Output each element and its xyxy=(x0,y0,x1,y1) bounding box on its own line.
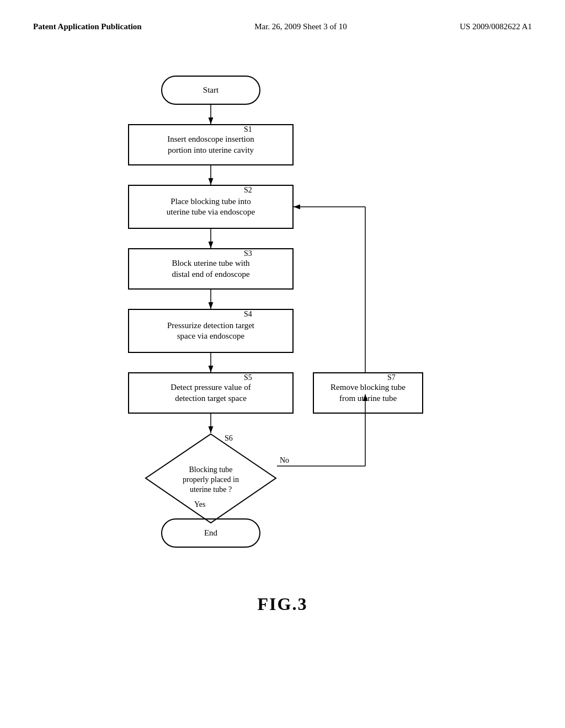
s6-label: S6 xyxy=(225,434,233,443)
yes-label: Yes xyxy=(194,500,205,509)
start-node: Start xyxy=(161,76,260,105)
s6-diamond-container: Blocking tube properly placed in uterine… xyxy=(145,433,277,526)
s1-box: Insert endoscope insertion portion into … xyxy=(128,124,294,165)
date-sheet-label: Mar. 26, 2009 Sheet 3 of 10 xyxy=(254,22,347,31)
s3-box: Block uterine tube with distal end of en… xyxy=(128,248,294,290)
diagram-container: Start S1 Insert endoscope insertion port… xyxy=(0,42,565,649)
patent-number-label: US 2009/0082622 A1 xyxy=(460,22,532,31)
s4-box: Pressurize detection target space via en… xyxy=(128,309,294,353)
end-node: End xyxy=(161,518,260,548)
flowchart: Start S1 Insert endoscope insertion port… xyxy=(62,59,503,583)
figure-label: FIG.3 xyxy=(258,594,308,614)
s6-text: Blocking tube properly placed in uterine… xyxy=(169,464,252,495)
publication-label: Patent Application Publication xyxy=(33,22,142,31)
s5-box: Detect pressure value of detection targe… xyxy=(128,372,294,414)
s2-box: Place blocking tube into uterine tube vi… xyxy=(128,185,294,229)
no-label: No xyxy=(280,456,289,465)
page-header: Patent Application Publication Mar. 26, … xyxy=(0,0,565,42)
s7-box: Remove blocking tube from uterine tube xyxy=(313,372,423,414)
